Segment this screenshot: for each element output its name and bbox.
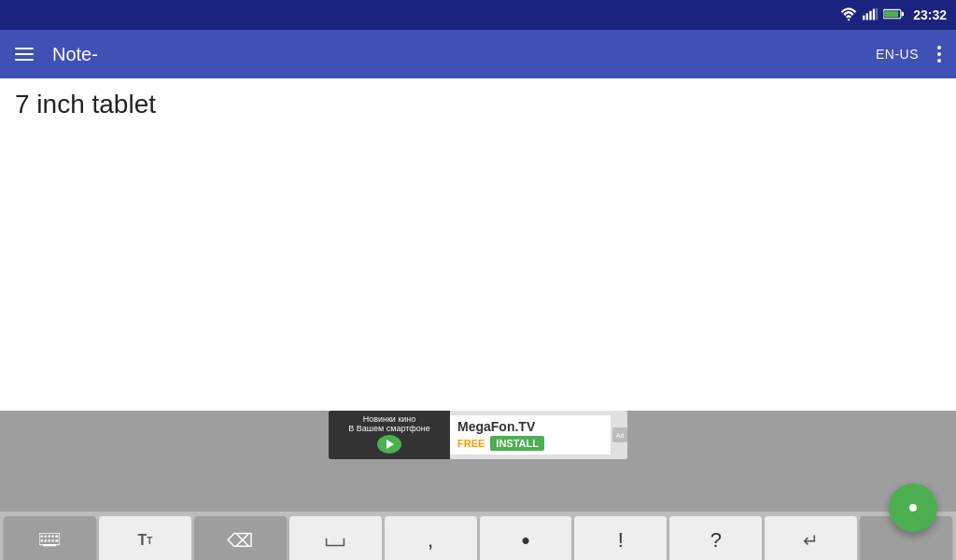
ad-choice-icon: Ad xyxy=(612,427,627,442)
hamburger-icon[interactable] xyxy=(11,44,37,64)
ad-sub: FREE INSTALL xyxy=(457,436,603,451)
ad-banner[interactable]: Новинки киноВ Вашем смартфоне MegaFon.TV… xyxy=(329,411,627,459)
ad-free-label: FREE xyxy=(457,438,485,449)
svg-rect-18 xyxy=(52,539,54,541)
svg-rect-9 xyxy=(39,533,60,545)
enter-key[interactable]: ↵ xyxy=(765,516,857,560)
comma-key[interactable]: , xyxy=(385,516,477,560)
text-format-key[interactable]: TT xyxy=(99,516,191,560)
fab-dot xyxy=(909,504,917,511)
more-icon[interactable] xyxy=(934,42,945,66)
svg-rect-11 xyxy=(45,536,47,538)
note-text: 7 inch tablet xyxy=(15,90,156,119)
svg-rect-17 xyxy=(49,539,50,541)
language-badge: EN-US xyxy=(876,47,919,62)
svg-rect-2 xyxy=(866,13,868,20)
keyboard-area: Новинки киноВ Вашем смартфоне MegaFon.TV… xyxy=(0,411,956,560)
keyboard-row: TT ⌫ , • ! ? ↵ xyxy=(0,511,956,560)
svg-rect-16 xyxy=(45,539,47,541)
svg-rect-7 xyxy=(902,11,904,16)
svg-rect-13 xyxy=(52,536,54,538)
app-title: Note- xyxy=(52,44,861,65)
ad-left: Новинки киноВ Вашем смартфоне xyxy=(329,411,450,459)
ad-brand: MegaFon.TV xyxy=(457,419,603,434)
svg-rect-3 xyxy=(869,10,871,20)
question-key[interactable]: ? xyxy=(669,516,762,560)
svg-rect-14 xyxy=(56,536,59,538)
keyboard-toggle-key[interactable] xyxy=(4,516,96,560)
svg-rect-5 xyxy=(877,7,879,20)
ad-install-button[interactable]: INSTALL xyxy=(490,436,544,451)
ad-right: MegaFon.TV FREE INSTALL xyxy=(450,415,611,455)
svg-rect-8 xyxy=(884,10,898,17)
svg-rect-15 xyxy=(41,539,43,541)
status-icons: 23:32 xyxy=(840,7,947,23)
period-key[interactable]: • xyxy=(480,516,572,560)
svg-rect-19 xyxy=(56,539,59,541)
svg-point-0 xyxy=(848,18,850,20)
fab-button[interactable] xyxy=(889,483,937,532)
signal-icon xyxy=(863,7,878,23)
svg-rect-4 xyxy=(873,8,875,20)
status-bar: 23:32 xyxy=(0,0,956,30)
space-key[interactable] xyxy=(289,516,382,560)
note-area[interactable]: 7 inch tablet xyxy=(0,78,956,401)
status-time: 23:32 xyxy=(913,7,947,22)
exclamation-key[interactable]: ! xyxy=(574,516,667,560)
backspace-key[interactable]: ⌫ xyxy=(194,516,287,560)
battery-icon xyxy=(883,8,904,22)
svg-rect-1 xyxy=(863,15,865,20)
wifi-icon xyxy=(840,7,857,23)
svg-rect-10 xyxy=(41,536,43,538)
ad-left-text: Новинки киноВ Вашем смартфоне xyxy=(348,414,429,433)
ad-play-button[interactable] xyxy=(377,435,401,454)
svg-rect-20 xyxy=(43,544,56,546)
app-bar: Note- EN-US xyxy=(0,30,956,78)
svg-rect-12 xyxy=(49,536,50,538)
